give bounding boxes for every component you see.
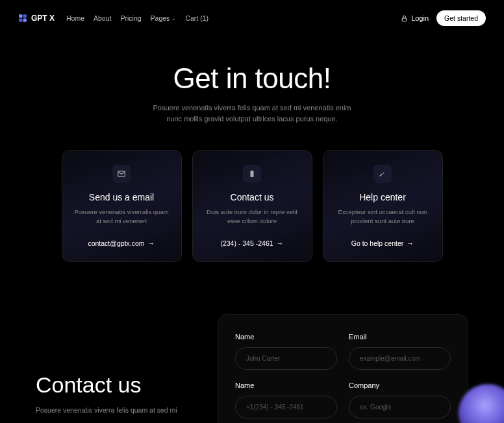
- card-link-phone[interactable]: (234) - 345 -2461 →: [203, 239, 301, 247]
- logo[interactable]: GPT X: [18, 14, 55, 23]
- name-label: Name: [235, 333, 337, 341]
- card-email: Send us a email Posuere venenatis viverr…: [62, 150, 182, 262]
- email-label: Email: [349, 333, 451, 341]
- field-name: Name: [235, 333, 337, 370]
- nav-pages[interactable]: Pages ⌄: [151, 14, 177, 22]
- header-right: Login Get started: [401, 10, 486, 26]
- field-company: Company: [349, 381, 451, 418]
- email-input[interactable]: [349, 347, 451, 370]
- login-button[interactable]: Login: [401, 14, 429, 22]
- card-desc: Posuere venenatis viverralis quam at sed…: [73, 208, 171, 226]
- cards-row: Send us a email Posuere venenatis viverr…: [0, 137, 504, 275]
- company-label: Company: [349, 381, 451, 389]
- svg-rect-1: [23, 14, 27, 18]
- arrow-right-icon: →: [148, 239, 155, 247]
- nav: Home About Pricing Pages ⌄ Cart (1): [66, 14, 208, 22]
- card-desc: Duis aute irure dolor in repre velit ess…: [203, 208, 301, 226]
- nav-about[interactable]: About: [94, 14, 111, 22]
- wrench-icon: [373, 165, 392, 183]
- arrow-right-icon: →: [277, 239, 284, 247]
- svg-rect-0: [19, 14, 22, 18]
- svg-rect-3: [23, 19, 27, 22]
- card-title: Send us a email: [73, 192, 171, 202]
- logo-text: GPT X: [31, 14, 55, 23]
- header: GPT X Home About Pricing Pages ⌄ Cart (1…: [0, 0, 504, 36]
- hero-title: Get in touch!: [13, 62, 491, 95]
- svg-rect-6: [251, 171, 254, 177]
- chevron-down-icon: ⌄: [171, 16, 176, 21]
- arrow-right-icon: →: [407, 239, 414, 247]
- card-desc: Excepteur sint occaecat cult non proiden…: [334, 208, 432, 226]
- contact-form: Name Email Name Company: [218, 314, 468, 424]
- hero-subtitle: Posuere venenatis viverra felis quam at …: [13, 103, 491, 124]
- contact-desc: Posuere venenatis viverra felis quam at …: [36, 405, 192, 416]
- lock-icon: [401, 15, 408, 22]
- card-title: Contact us: [203, 192, 301, 202]
- card-link-help[interactable]: Go to help center →: [334, 239, 432, 247]
- nav-cart[interactable]: Cart (1): [185, 14, 208, 22]
- phone-icon: [243, 165, 261, 183]
- nav-pricing[interactable]: Pricing: [120, 14, 141, 22]
- card-link-email[interactable]: contact@gptx.com →: [73, 239, 171, 247]
- mail-icon: [112, 165, 131, 183]
- card-title: Help center: [334, 192, 432, 202]
- hero: Get in touch! Posuere venenatis viverra …: [0, 36, 504, 137]
- svg-rect-2: [19, 19, 22, 22]
- name-input[interactable]: [235, 347, 337, 370]
- phone-label: Name: [235, 381, 337, 389]
- field-phone: Name: [235, 381, 337, 418]
- contact-intro: Contact us Posuere venenatis viverra fel…: [36, 314, 192, 424]
- card-help: Help center Excepteur sint occaecat cult…: [323, 150, 443, 262]
- field-email: Email: [349, 333, 451, 370]
- company-input[interactable]: [349, 396, 451, 418]
- card-contact: Contact us Duis aute irure dolor in repr…: [192, 150, 312, 262]
- phone-input[interactable]: [235, 396, 337, 418]
- logo-icon: [18, 14, 27, 23]
- get-started-button[interactable]: Get started: [436, 10, 486, 26]
- contact-title: Contact us: [36, 372, 192, 398]
- svg-rect-4: [402, 18, 406, 21]
- bottom-section: Contact us Posuere venenatis viverra fel…: [0, 275, 504, 424]
- header-left: GPT X Home About Pricing Pages ⌄ Cart (1…: [18, 14, 208, 23]
- nav-home[interactable]: Home: [66, 14, 84, 22]
